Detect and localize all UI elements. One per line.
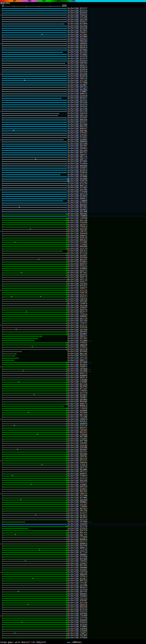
hit-bar[interactable] <box>2 583 66 584</box>
hit-bar[interactable] <box>2 253 66 254</box>
hit-bar[interactable] <box>2 144 66 144</box>
hit-bar[interactable] <box>2 224 66 225</box>
hit-bar[interactable] <box>2 393 66 394</box>
hit-bar[interactable] <box>2 426 66 426</box>
hit-bar[interactable] <box>2 94 66 94</box>
hit-bar[interactable] <box>2 603 66 603</box>
hit-bar[interactable] <box>2 258 66 258</box>
hit-bar[interactable] <box>2 456 66 457</box>
hit-bar[interactable] <box>2 270 66 271</box>
hit-bar[interactable] <box>2 126 66 127</box>
hit-bar[interactable] <box>2 174 60 175</box>
hit-bar[interactable] <box>2 15 66 15</box>
hit-bar[interactable] <box>2 487 66 487</box>
hit-bar[interactable] <box>2 56 66 57</box>
hit-bar[interactable] <box>2 436 66 437</box>
hit-bar[interactable] <box>2 30 66 30</box>
hit-bar[interactable] <box>2 39 66 40</box>
hit-bar[interactable] <box>2 306 66 306</box>
hit-bar[interactable] <box>2 294 66 295</box>
hit-bar[interactable] <box>2 476 66 476</box>
hit-bar[interactable] <box>2 72 66 72</box>
hit-bar[interactable] <box>2 364 66 365</box>
hit-bar[interactable] <box>2 92 66 92</box>
hit-bar[interactable] <box>2 535 66 535</box>
hit-bar[interactable] <box>2 371 66 372</box>
hit-bar[interactable] <box>2 563 66 564</box>
hit-bar[interactable] <box>2 533 66 533</box>
hit-bar[interactable] <box>2 196 66 197</box>
hit-bar[interactable] <box>2 345 66 345</box>
hit-bar[interactable] <box>2 142 66 142</box>
hit-bar[interactable] <box>2 404 66 404</box>
hit-bar[interactable] <box>2 594 66 594</box>
hit-bar[interactable] <box>2 80 66 81</box>
hit-bar[interactable] <box>2 354 16 354</box>
hit-bar[interactable] <box>2 41 66 42</box>
hit-bar[interactable] <box>2 552 66 553</box>
hit-bar[interactable] <box>2 26 66 26</box>
hit-bar[interactable] <box>2 205 66 206</box>
hit-bar[interactable] <box>2 183 66 184</box>
hit-bar[interactable] <box>2 54 66 55</box>
hit-bar[interactable] <box>2 161 66 162</box>
hit-bar[interactable] <box>2 410 66 411</box>
hit-bar[interactable] <box>2 463 66 463</box>
hit-bar[interactable] <box>2 528 28 529</box>
hit-bar[interactable] <box>2 288 66 288</box>
hit-bar[interactable] <box>2 465 66 465</box>
hit-bar[interactable] <box>2 572 66 572</box>
hit-bar[interactable] <box>2 380 66 380</box>
hit-bar[interactable] <box>2 537 66 538</box>
hit-bar[interactable] <box>2 242 66 242</box>
hit-bar[interactable] <box>2 491 66 492</box>
hit-bar[interactable] <box>2 544 66 544</box>
hit-bar[interactable] <box>2 164 66 164</box>
hit-bar[interactable] <box>2 415 66 415</box>
hit-bar[interactable] <box>2 218 66 219</box>
hit-bar[interactable] <box>2 148 66 149</box>
hit-bar[interactable] <box>2 78 66 79</box>
hit-bar[interactable] <box>2 35 66 35</box>
hit-bar[interactable] <box>2 373 66 374</box>
hit-bar[interactable] <box>2 627 66 627</box>
hit-bar[interactable] <box>2 133 66 134</box>
hit-bar[interactable] <box>2 264 66 264</box>
hit-bar[interactable] <box>2 430 66 430</box>
hit-bar[interactable] <box>2 323 66 324</box>
hit-bar[interactable] <box>2 321 66 321</box>
hit-bar[interactable] <box>2 515 66 516</box>
hit-bar[interactable] <box>2 561 66 562</box>
hit-bar[interactable] <box>2 150 66 151</box>
hit-bar[interactable] <box>2 576 66 577</box>
hit-bar[interactable] <box>2 509 66 509</box>
hit-bar[interactable] <box>2 113 59 114</box>
hit-bar[interactable] <box>2 397 66 398</box>
hit-bar[interactable] <box>2 181 68 182</box>
hit-bar[interactable] <box>2 115 57 116</box>
hit-bar[interactable] <box>2 530 66 531</box>
hit-bar[interactable] <box>2 192 66 192</box>
hit-bar[interactable] <box>2 327 66 328</box>
hit-bar[interactable] <box>2 391 66 391</box>
hit-bar[interactable] <box>2 474 66 474</box>
hit-bar[interactable] <box>2 325 66 326</box>
hit-bar[interactable] <box>2 146 66 146</box>
hit-bar[interactable] <box>2 96 66 96</box>
hit-bar[interactable] <box>2 275 66 275</box>
hit-bar[interactable] <box>2 336 42 336</box>
hit-bar[interactable] <box>2 10 66 11</box>
hit-bar[interactable] <box>2 190 66 190</box>
hit-bar[interactable] <box>2 458 66 459</box>
hit-bar[interactable] <box>2 369 66 370</box>
hit-bar[interactable] <box>2 631 66 632</box>
hit-bar[interactable] <box>2 44 66 44</box>
hit-bar[interactable] <box>2 638 66 638</box>
hit-bar[interactable] <box>2 467 66 468</box>
hit-bar[interactable] <box>2 472 66 472</box>
hit-bar[interactable] <box>2 480 66 481</box>
hit-bar[interactable] <box>2 203 66 203</box>
hit-bar[interactable] <box>2 157 66 158</box>
hit-bar[interactable] <box>2 74 66 74</box>
hit-bar[interactable] <box>2 439 66 439</box>
